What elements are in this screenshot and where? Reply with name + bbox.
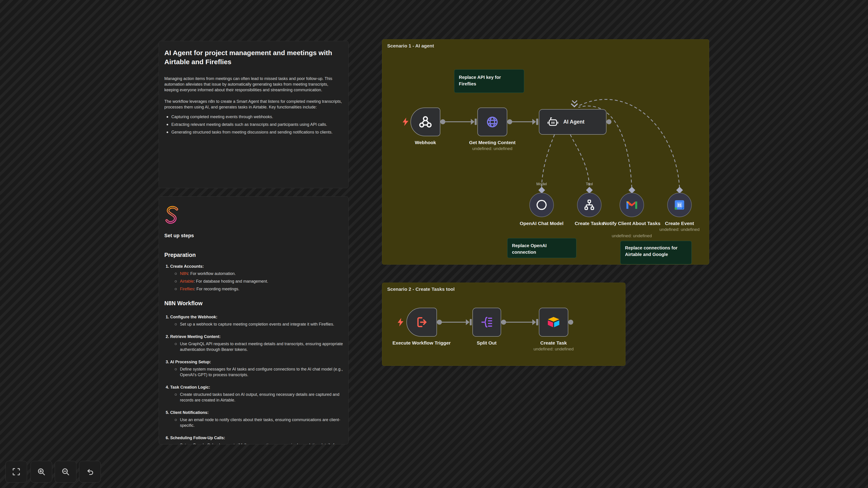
airtable-link[interactable]: Airtable [180,279,194,284]
bullet-icon [166,131,168,133]
fit-view-button[interactable] [5,461,27,483]
circle-bullet-icon [175,419,177,421]
template-title: AI Agent for project management and meet… [164,48,343,66]
trigger-bolt-icon [397,318,404,327]
list-item: N8N: For workflow automation. [175,271,343,276]
google-calendar-icon: 31 [674,199,685,210]
list-item: Create structured tasks based on AI outp… [175,392,343,403]
node-webhook[interactable] [410,107,440,136]
fireflies-link[interactable]: Fireflies [180,287,194,291]
bullet-icon [166,116,168,118]
bullet-icon [166,124,168,125]
sticky-replace-openai-connection[interactable]: Replace OpenAI connection [507,238,577,258]
setup-steps-sticky-note[interactable]: Set up steps Preparation 1. Create Accou… [159,196,348,445]
node-sublabel: undefined: undefined [533,347,574,352]
list-item: Set up Google Calendar events if follow-… [175,442,343,445]
n8n-template-preview-canvas: { "colors":{ "canvas_stripe_light":"#242… [0,0,868,488]
node-create-task[interactable] [539,308,568,337]
globe-icon [486,115,499,129]
node-sublabel: undefined: undefined [659,227,700,232]
zoom-in-button[interactable] [31,461,52,483]
description-paragraph-2: The workflow leverages n8n to create a S… [164,99,343,110]
scenario1-title: Scenario 1 - AI agent [387,43,434,48]
description-paragraph-1: Managing action items from meetings can … [164,76,343,93]
port-label-tool: Tool [586,182,593,186]
list-item: Use an email node to notify clients abou… [175,417,343,428]
circle-bullet-icon [175,343,177,345]
workflow-step: 5. Client Notifications: Use an email no… [164,410,343,428]
trigger-bolt-icon [402,117,409,126]
feature-bullet-list: Capturing completed meeting events throu… [164,114,343,135]
list-item: Fireflies: For recording meetings. [175,286,343,292]
workflow-step: 2. Retrieve Meeting Content: Use GraphQL… [164,334,343,352]
node-execute-workflow-trigger[interactable] [406,308,437,337]
workflow-heading: N8N Workflow [164,300,343,306]
execute-workflow-icon [415,316,428,329]
openai-icon [535,199,548,211]
node-get-meeting-content[interactable] [477,107,507,136]
workflow-step: 3. AI Processing Setup: Define system me… [164,359,343,378]
scenario2-sticky-note[interactable]: Scenario 2 - Create Tasks tool Execute W… [382,283,625,366]
sticky-replace-fireflies-key[interactable]: Replace API key for Fireflies [454,69,524,93]
circle-bullet-icon [175,394,177,396]
circle-bullet-icon [175,288,177,290]
undo-icon [85,467,95,477]
node-split-out[interactable] [472,308,501,337]
webhook-icon [419,116,432,129]
preparation-heading: Preparation [164,252,343,258]
zoom-in-icon [37,467,46,477]
prep-step: 1. Create Accounts: N8N: For workflow au… [164,264,343,292]
zoom-out-button[interactable] [55,461,76,483]
workflow-step: 1. Configure the Webhook: Set up a webho… [164,314,343,327]
sticky-replace-airtable-google[interactable]: Replace connections for Airtable and Goo… [620,241,692,264]
gmail-icon [626,200,638,209]
circle-bullet-icon [175,444,177,445]
list-item: Generating structured tasks from meeting… [164,129,343,135]
sitemap-icon [583,199,595,211]
node-create-tasks-tool[interactable] [577,193,601,217]
node-label: Create Task [540,340,567,346]
list-item: Set up a webhook to capture meeting comp… [175,322,343,327]
port-label-model: Model [536,182,547,186]
workflow-step: 4. Task Creation Logic: Create structure… [164,385,343,403]
node-label: Execute Workflow Trigger [391,340,452,346]
node-create-event[interactable]: 31 [667,193,692,217]
zoom-out-icon [61,467,70,477]
robot-icon [547,116,559,128]
reset-view-button[interactable] [79,461,101,483]
node-label: Webhook [415,139,436,145]
circle-bullet-icon [175,273,177,275]
airtable-icon [547,316,560,328]
node-ai-agent[interactable]: AI Agent [539,109,607,135]
split-out-icon [480,316,493,328]
description-sticky-note[interactable]: AI Agent for project management and meet… [159,41,348,188]
node-notify-client[interactable] [620,193,644,217]
list-item: Capturing completed meeting events throu… [164,114,343,120]
node-openai-chat-model[interactable] [529,193,554,217]
node-label: Split Out [477,340,497,346]
circle-bullet-icon [175,368,177,370]
list-item: Airtable: For database hosting and manag… [175,279,343,284]
node-label: Create Event [665,220,694,226]
list-item: Extracting relevant meeting details such… [164,122,343,127]
node-sublabel: undefined: undefined [472,146,513,151]
node-label: OpenAI Chat Model [520,220,563,226]
list-item: Use GraphQL API requests to extract meet… [175,341,343,352]
circle-bullet-icon [175,323,177,325]
workflow-step: 6. Scheduling Follow-Up Calls: Set up Go… [164,435,343,445]
scenario1-sticky-note[interactable]: Scenario 1 - AI agent Replace API key fo… [382,39,709,265]
node-label: AI Agent [563,119,585,125]
circle-bullet-icon [175,281,177,283]
n8n-link[interactable]: N8N [180,271,188,276]
setup-heading: Set up steps [164,233,343,238]
node-label: Notify Client About Tasks [598,220,666,226]
node-label: Get Meeting Content [469,139,515,145]
brand-s-logo-icon [165,205,343,225]
scenario2-title: Scenario 2 - Create Tasks tool [387,287,455,292]
node-sublabel: undefined: undefined [612,233,652,238]
svg-text:31: 31 [677,203,682,207]
fullscreen-icon [11,467,21,477]
list-item: Define system messages for AI tasks and … [175,366,343,378]
